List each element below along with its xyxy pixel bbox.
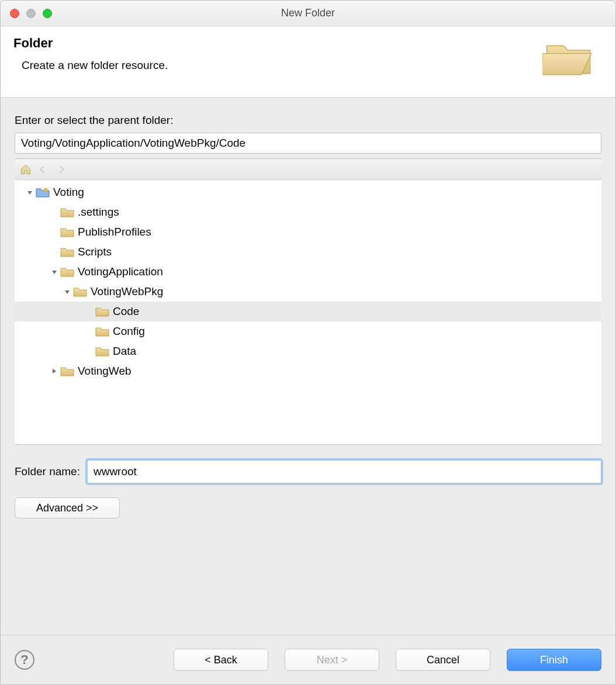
svg-point-0 — [44, 188, 47, 192]
next-button[interactable]: Next > — [285, 649, 379, 671]
tree-item-config[interactable]: Config — [15, 321, 601, 341]
folder-tree[interactable]: Voting.settingsPublishProfilesScriptsVot… — [15, 180, 601, 444]
folder-icon — [60, 266, 74, 278]
finish-button[interactable]: Finish — [507, 649, 601, 671]
help-button[interactable]: ? — [15, 650, 34, 670]
home-icon[interactable] — [19, 163, 32, 176]
folder-hero-icon — [542, 38, 598, 82]
nav-forward-icon[interactable] — [54, 163, 67, 176]
folder-icon — [95, 345, 109, 357]
folder-icon — [60, 365, 74, 377]
dialog-window: New Folder Folder Create a new folder re… — [0, 0, 616, 685]
project-icon — [36, 186, 50, 198]
disclosure-triangle-icon[interactable] — [50, 366, 59, 376]
header-panel: Folder Create a new folder resource. — [1, 26, 615, 98]
folder-icon — [95, 306, 109, 317]
folder-icon — [60, 246, 74, 258]
tree-item-label: .settings — [78, 206, 119, 219]
titlebar: New Folder — [1, 1, 615, 26]
cancel-button[interactable]: Cancel — [396, 649, 490, 671]
folder-tree-panel: Voting.settingsPublishProfilesScriptsVot… — [15, 158, 601, 445]
advanced-button[interactable]: Advanced >> — [15, 497, 120, 518]
tree-item-voting[interactable]: Voting — [15, 182, 601, 202]
tree-item-data[interactable]: Data — [15, 341, 601, 361]
window-title: New Folder — [1, 7, 615, 19]
window-controls — [1, 9, 52, 18]
back-button[interactable]: < Back — [174, 649, 268, 671]
disclosure-triangle-icon[interactable] — [63, 287, 72, 296]
folder-icon — [60, 206, 74, 218]
maximize-window-button[interactable] — [43, 9, 52, 18]
folder-name-input[interactable] — [87, 460, 601, 483]
tree-item-label: Config — [113, 325, 145, 338]
parent-folder-input[interactable] — [15, 133, 601, 154]
header-subtitle: Create a new folder resource. — [13, 59, 168, 72]
tree-item-label: VotingWebPkg — [91, 285, 163, 298]
footer: ? < Back Next > Cancel Finish — [1, 635, 615, 684]
tree-item-label: PublishProfiles — [78, 226, 151, 238]
main-panel: Enter or select the parent folder: Votin… — [1, 98, 615, 635]
tree-item-label: Code — [113, 305, 139, 318]
tree-item-votingweb[interactable]: VotingWeb — [15, 361, 601, 381]
folder-icon — [95, 326, 109, 337]
disclosure-triangle-icon[interactable] — [50, 267, 59, 276]
tree-item-settings[interactable]: .settings — [15, 202, 601, 222]
tree-item-publish[interactable]: PublishProfiles — [15, 222, 601, 242]
folder-icon — [73, 286, 87, 297]
tree-item-label: VotingApplication — [78, 265, 163, 278]
tree-item-label: Data — [113, 345, 136, 358]
tree-item-label: Scripts — [78, 245, 112, 258]
tree-item-votingwebpkg[interactable]: VotingWebPkg — [15, 282, 601, 302]
tree-item-votingapp[interactable]: VotingApplication — [15, 262, 601, 282]
tree-item-code[interactable]: Code — [15, 302, 601, 321]
close-window-button[interactable] — [10, 9, 19, 18]
minimize-window-button[interactable] — [26, 9, 36, 18]
disclosure-triangle-icon[interactable] — [25, 188, 34, 197]
folder-icon — [60, 226, 74, 238]
tree-item-label: Voting — [53, 186, 84, 199]
nav-back-icon[interactable] — [37, 163, 50, 176]
tree-item-scripts[interactable]: Scripts — [15, 242, 601, 262]
folder-name-label: Folder name: — [15, 465, 80, 478]
header-heading: Folder — [13, 36, 168, 51]
tree-toolbar — [15, 159, 601, 180]
parent-folder-label: Enter or select the parent folder: — [15, 114, 601, 127]
tree-item-label: VotingWeb — [78, 365, 131, 378]
